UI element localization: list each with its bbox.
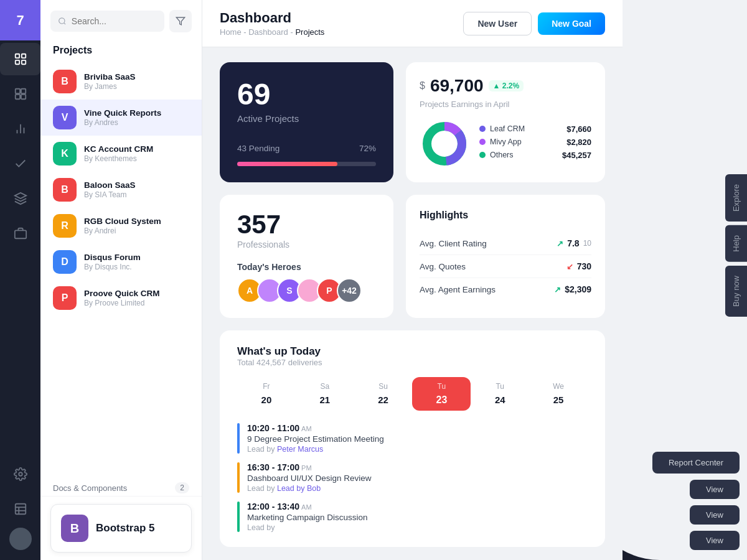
main-header: Dashboard Home - Dashboard - Projects Ne… [202,0,622,47]
highlight-row: Avg. Client Rating ↗ 7.8 10 [420,232,591,255]
bootstrap-icon: B [61,515,88,542]
nav-settings[interactable] [0,458,40,490]
calendar-day[interactable]: Su 22 [354,377,413,411]
event-item: 16:30 - 17:00PM Dashboard UI/UX Design R… [237,462,588,493]
project-item-disqus[interactable]: D Disqus Forum By Disqus Inc. [40,244,202,280]
project-item-proove[interactable]: P Proove Quick CRM By Proove Limited [40,280,202,316]
nav-grid[interactable] [0,78,40,110]
view-button-2[interactable]: View [690,505,740,525]
project-item-vine[interactable]: V Vine Quick Reports By Andres [40,100,202,136]
project-item-rgb[interactable]: R RGB Cloud System By Andrei [40,208,202,244]
highlight-number: 7.8 [567,238,579,248]
search-box[interactable] [50,11,164,32]
project-by-proove: By Proove Limited [84,299,189,307]
event-ampm: AM [301,503,312,511]
project-name-kc: KC Account CRM [84,144,189,154]
highlights-card: Highlights Avg. Client Rating ↗ 7.8 10 A… [406,195,605,318]
nav-chart[interactable] [0,113,40,145]
calendar-day[interactable]: Fr 20 [237,377,296,411]
project-item-kc[interactable]: K KC Account CRM By Keenthemes [40,136,202,172]
event-lead: Lead by Peter Marcus [247,445,384,454]
highlight-row: Avg. Agent Earnings ↗ $2,309 [420,278,591,301]
svg-marker-20 [176,17,184,25]
sidebar-docs[interactable]: Docs & Components 2 [40,476,202,496]
event-list: 10:20 - 11:00AM 9 Degree Project Estimat… [237,423,588,532]
legend-item: Mivy App $2,820 [479,138,591,147]
trend-up-icon: ↗ [554,285,561,294]
highlight-label: Avg. Quotes [420,262,466,271]
svg-rect-2 [15,60,19,64]
avatar-number[interactable]: 7 [0,0,40,40]
new-user-button[interactable]: New User [463,12,532,35]
event-item: 10:20 - 11:00AM 9 Degree Project Estimat… [237,423,588,454]
event-line [237,502,240,532]
project-icon-briviba: B [53,70,77,93]
report-center-button[interactable]: Report Cecnter [652,452,740,474]
svg-rect-0 [15,54,19,58]
svg-marker-11 [14,193,26,198]
svg-line-19 [64,23,66,25]
side-tab[interactable]: Help [725,225,747,262]
project-by-vine: By Andres [84,118,189,127]
dashboard-content: 69 Active Projects 43 Pending 72% $ 69,7… [202,47,622,560]
svg-rect-1 [21,54,25,58]
side-tab[interactable]: Buy now [725,266,747,317]
lead-link[interactable]: Peter Marcus [277,445,323,454]
calendar-day[interactable]: Tu 23 [412,377,471,411]
day-number: 20 [261,394,272,405]
project-icon-vine: V [53,106,77,129]
calendar-day[interactable]: Sa 21 [296,377,354,411]
project-info-baloon: Baloon SaaS By SIA Team [84,180,189,199]
legend-left: Mivy App [479,138,522,146]
legend-left: Leaf CRM [479,124,525,133]
event-name: 9 Degree Project Estimation Meeting [247,434,384,444]
event-lead: Lead by [247,523,368,532]
project-by-baloon: By SIA Team [84,190,189,199]
professionals-card: 357 Professionals Today's Heroes ASP+42 [220,195,393,318]
nav-table[interactable] [0,493,40,525]
project-name-baloon: Baloon SaaS [84,180,189,190]
project-item-baloon[interactable]: B Baloon SaaS By SIA Team [40,172,202,208]
breadcrumb: Home - Dashboard - Projects [220,27,324,37]
view-button-3[interactable]: View [690,531,740,550]
nav-briefcase[interactable] [0,217,40,250]
search-input[interactable] [72,16,157,26]
legend-value: $45,257 [562,151,591,160]
panel-tabs: ExploreHelpBuy now [725,174,747,320]
new-goal-button[interactable]: New Goal [538,12,605,35]
calendar-card: What's up Today Total 424,567 deliveries… [220,330,605,547]
project-by-kc: By Keenthemes [84,154,189,163]
filter-icon [176,16,186,26]
event-details: 16:30 - 17:00PM Dashboard UI/UX Design R… [247,462,372,493]
project-icon-baloon: B [53,178,77,202]
calendar-day[interactable]: We 25 [529,377,588,411]
header-title: Dashboard Home - Dashboard - Projects [220,10,324,37]
calendar-day[interactable]: Tu 24 [471,377,529,411]
bootstrap-card[interactable]: B Bootstrap 5 [50,504,192,553]
calendar-header: What's up Today Total 424,567 deliveries [237,345,588,367]
lead-link[interactable]: Lead by Bob [277,484,321,493]
page-title: Dashboard [220,10,324,26]
nav-dashboard[interactable] [0,43,40,75]
pending-label: 43 Pending [237,144,280,153]
heroes-label: Today's Heroes [237,262,376,272]
side-tab[interactable]: Explore [725,174,747,222]
user-avatar[interactable] [9,528,32,550]
search-icon [58,16,67,26]
highlight-value: ↗ 7.8 10 [557,238,591,248]
progress-bar-fill [237,162,337,166]
svg-rect-7 [21,95,25,99]
svg-rect-4 [15,89,19,93]
svg-rect-3 [21,60,25,64]
svg-rect-5 [21,89,25,93]
top-row: 69 Active Projects 43 Pending 72% $ 69,7… [220,62,605,182]
project-item-briviba[interactable]: B Briviba SaaS By James [40,63,202,100]
svg-rect-6 [15,95,19,99]
nav-layers[interactable] [0,182,40,215]
day-number: 23 [436,394,448,406]
filter-button[interactable] [169,10,192,32]
svg-rect-14 [15,504,26,515]
view-button-1[interactable]: View [690,480,740,499]
nav-check[interactable] [0,147,40,180]
legend-name: Others [490,151,514,159]
